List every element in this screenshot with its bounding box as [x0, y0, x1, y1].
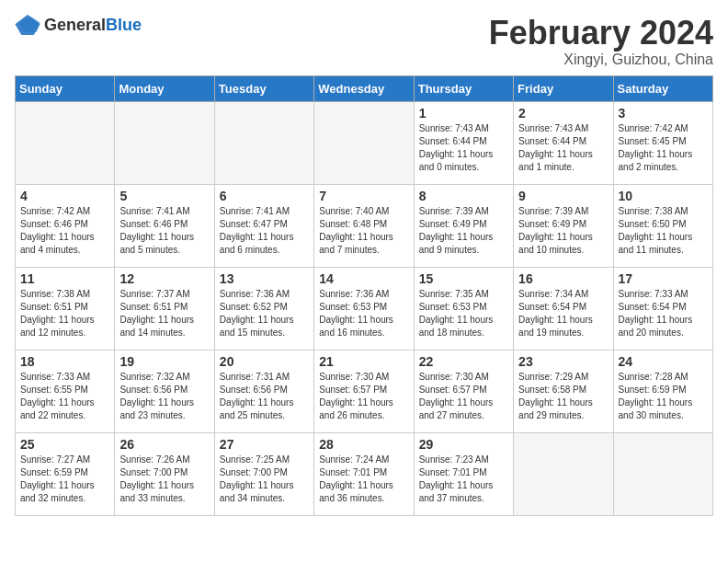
day-number: 4: [20, 189, 109, 203]
day-number: 22: [419, 354, 508, 369]
calendar-table: SundayMondayTuesdayWednesdayThursdayFrid…: [15, 75, 713, 516]
day-info: Sunrise: 7:38 AMSunset: 6:51 PMDaylight:…: [20, 289, 95, 338]
day-info: Sunrise: 7:24 AMSunset: 7:01 PMDaylight:…: [319, 454, 393, 503]
day-info: Sunrise: 7:39 AMSunset: 6:49 PMDaylight:…: [518, 206, 593, 255]
week-row-1: 1Sunrise: 7:43 AMSunset: 6:44 PMDaylight…: [16, 101, 713, 184]
day-info: Sunrise: 7:41 AMSunset: 6:46 PMDaylight:…: [119, 206, 194, 255]
day-cell: 24Sunrise: 7:28 AMSunset: 6:59 PMDayligh…: [613, 350, 712, 432]
day-cell: 27Sunrise: 7:25 AMSunset: 7:00 PMDayligh…: [214, 432, 313, 515]
logo-text: GeneralBlue: [44, 16, 142, 35]
day-cell: 11Sunrise: 7:38 AMSunset: 6:51 PMDayligh…: [16, 267, 115, 350]
day-cell: 21Sunrise: 7:30 AMSunset: 6:57 PMDayligh…: [314, 350, 414, 432]
day-info: Sunrise: 7:27 AMSunset: 6:59 PMDaylight:…: [20, 454, 95, 503]
logo-general: General: [44, 16, 106, 34]
day-number: 24: [619, 354, 708, 369]
calendar-subtitle: Xingyi, Guizhou, China: [489, 52, 713, 68]
day-cell: [115, 101, 214, 184]
day-number: 1: [419, 106, 508, 121]
week-row-2: 4Sunrise: 7:42 AMSunset: 6:46 PMDaylight…: [16, 184, 713, 267]
day-info: Sunrise: 7:23 AMSunset: 7:01 PMDaylight:…: [419, 454, 494, 503]
day-cell: 9Sunrise: 7:39 AMSunset: 6:49 PMDaylight…: [514, 184, 613, 267]
day-info: Sunrise: 7:39 AMSunset: 6:49 PMDaylight:…: [419, 206, 494, 255]
day-info: Sunrise: 7:35 AMSunset: 6:53 PMDaylight:…: [419, 289, 494, 338]
day-cell: 23Sunrise: 7:29 AMSunset: 6:58 PMDayligh…: [514, 350, 613, 432]
day-info: Sunrise: 7:43 AMSunset: 6:44 PMDaylight:…: [419, 123, 494, 172]
day-number: 8: [419, 189, 508, 203]
day-cell: 3Sunrise: 7:42 AMSunset: 6:45 PMDaylight…: [613, 101, 712, 184]
day-cell: 6Sunrise: 7:41 AMSunset: 6:47 PMDaylight…: [214, 184, 313, 267]
logo-icon: [15, 15, 40, 35]
day-header-thursday: Thursday: [414, 75, 513, 101]
day-number: 3: [619, 106, 708, 121]
day-number: 16: [518, 271, 608, 286]
day-number: 18: [20, 354, 109, 369]
day-info: Sunrise: 7:38 AMSunset: 6:50 PMDaylight:…: [619, 206, 693, 255]
day-number: 11: [20, 271, 109, 286]
day-info: Sunrise: 7:26 AMSunset: 7:00 PMDaylight:…: [119, 454, 194, 503]
day-number: 29: [419, 437, 508, 452]
day-info: Sunrise: 7:33 AMSunset: 6:54 PMDaylight:…: [619, 289, 693, 338]
day-cell: 26Sunrise: 7:26 AMSunset: 7:00 PMDayligh…: [115, 432, 214, 515]
day-number: 7: [319, 189, 408, 203]
day-number: 17: [619, 271, 708, 286]
day-info: Sunrise: 7:41 AMSunset: 6:47 PMDaylight:…: [220, 206, 294, 255]
day-cell: 7Sunrise: 7:40 AMSunset: 6:48 PMDaylight…: [314, 184, 414, 267]
calendar-title: February 2024: [489, 15, 713, 52]
day-cell: [214, 101, 313, 184]
day-cell: [16, 101, 115, 184]
day-number: 5: [119, 189, 209, 203]
day-cell: 20Sunrise: 7:31 AMSunset: 6:56 PMDayligh…: [214, 350, 313, 432]
day-number: 27: [220, 437, 309, 452]
day-cell: 5Sunrise: 7:41 AMSunset: 6:46 PMDaylight…: [115, 184, 214, 267]
week-row-3: 11Sunrise: 7:38 AMSunset: 6:51 PMDayligh…: [16, 267, 713, 350]
day-cell: 10Sunrise: 7:38 AMSunset: 6:50 PMDayligh…: [613, 184, 712, 267]
day-cell: 13Sunrise: 7:36 AMSunset: 6:52 PMDayligh…: [214, 267, 313, 350]
day-header-monday: Monday: [115, 75, 214, 101]
day-cell: 16Sunrise: 7:34 AMSunset: 6:54 PMDayligh…: [514, 267, 613, 350]
week-row-5: 25Sunrise: 7:27 AMSunset: 6:59 PMDayligh…: [16, 432, 713, 515]
day-number: 23: [518, 354, 608, 369]
day-number: 14: [319, 271, 408, 286]
day-cell: 4Sunrise: 7:42 AMSunset: 6:46 PMDaylight…: [16, 184, 115, 267]
day-number: 6: [220, 189, 309, 203]
day-info: Sunrise: 7:32 AMSunset: 6:56 PMDaylight:…: [119, 372, 194, 420]
day-info: Sunrise: 7:30 AMSunset: 6:57 PMDaylight:…: [319, 372, 393, 420]
day-cell: 15Sunrise: 7:35 AMSunset: 6:53 PMDayligh…: [414, 267, 513, 350]
day-info: Sunrise: 7:33 AMSunset: 6:55 PMDaylight:…: [20, 372, 95, 420]
day-number: 28: [319, 437, 408, 452]
day-number: 25: [20, 437, 109, 452]
day-header-tuesday: Tuesday: [214, 75, 313, 101]
day-cell: 18Sunrise: 7:33 AMSunset: 6:55 PMDayligh…: [16, 350, 115, 432]
day-cell: [514, 432, 613, 515]
day-number: 13: [220, 271, 309, 286]
day-info: Sunrise: 7:40 AMSunset: 6:48 PMDaylight:…: [319, 206, 393, 255]
day-info: Sunrise: 7:30 AMSunset: 6:57 PMDaylight:…: [419, 372, 494, 420]
day-cell: 29Sunrise: 7:23 AMSunset: 7:01 PMDayligh…: [414, 432, 513, 515]
day-header-saturday: Saturday: [613, 75, 712, 101]
day-cell: 19Sunrise: 7:32 AMSunset: 6:56 PMDayligh…: [115, 350, 214, 432]
day-info: Sunrise: 7:25 AMSunset: 7:00 PMDaylight:…: [220, 454, 294, 503]
day-cell: 12Sunrise: 7:37 AMSunset: 6:51 PMDayligh…: [115, 267, 214, 350]
day-info: Sunrise: 7:28 AMSunset: 6:59 PMDaylight:…: [619, 372, 693, 420]
day-info: Sunrise: 7:42 AMSunset: 6:46 PMDaylight:…: [20, 206, 95, 255]
logo-blue: Blue: [106, 16, 142, 34]
week-row-4: 18Sunrise: 7:33 AMSunset: 6:55 PMDayligh…: [16, 350, 713, 432]
day-header-friday: Friday: [514, 75, 613, 101]
day-number: 2: [518, 106, 608, 121]
header-row: SundayMondayTuesdayWednesdayThursdayFrid…: [16, 75, 713, 101]
day-cell: 17Sunrise: 7:33 AMSunset: 6:54 PMDayligh…: [613, 267, 712, 350]
day-info: Sunrise: 7:29 AMSunset: 6:58 PMDaylight:…: [518, 372, 593, 420]
day-cell: 2Sunrise: 7:43 AMSunset: 6:44 PMDaylight…: [514, 101, 613, 184]
day-header-wednesday: Wednesday: [314, 75, 414, 101]
day-number: 12: [119, 271, 209, 286]
day-info: Sunrise: 7:34 AMSunset: 6:54 PMDaylight:…: [518, 289, 593, 338]
logo: GeneralBlue: [15, 15, 142, 35]
day-cell: 22Sunrise: 7:30 AMSunset: 6:57 PMDayligh…: [414, 350, 513, 432]
day-number: 19: [119, 354, 209, 369]
day-info: Sunrise: 7:43 AMSunset: 6:44 PMDaylight:…: [518, 123, 593, 172]
day-info: Sunrise: 7:37 AMSunset: 6:51 PMDaylight:…: [119, 289, 194, 338]
day-info: Sunrise: 7:36 AMSunset: 6:52 PMDaylight:…: [220, 289, 294, 338]
day-info: Sunrise: 7:42 AMSunset: 6:45 PMDaylight:…: [619, 123, 693, 172]
day-number: 21: [319, 354, 408, 369]
day-number: 20: [220, 354, 309, 369]
